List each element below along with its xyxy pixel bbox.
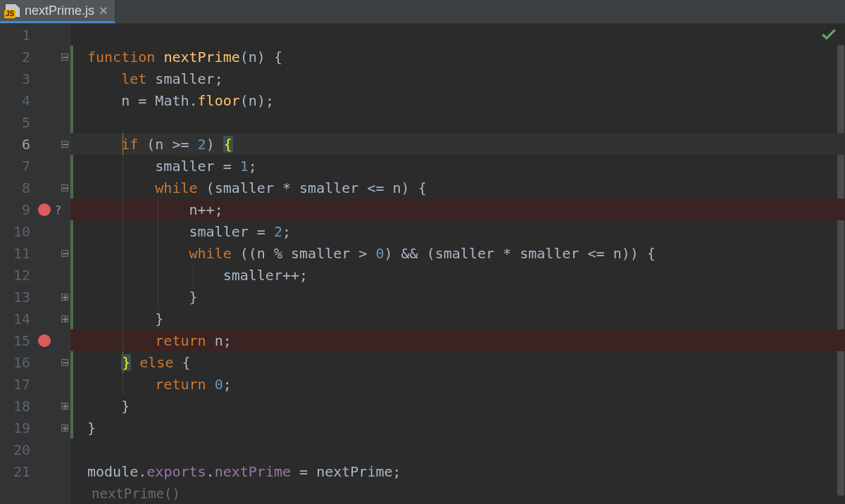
fold-marker-icon[interactable] bbox=[61, 250, 68, 257]
matched-brace: } bbox=[121, 354, 131, 371]
code-line[interactable]: return n; bbox=[70, 329, 845, 351]
code-line[interactable] bbox=[70, 439, 845, 460]
code-line[interactable]: smaller = 1; bbox=[70, 155, 845, 177]
line-number[interactable]: 2 bbox=[0, 46, 70, 68]
line-number[interactable]: 9 ? bbox=[0, 199, 70, 220]
line-number[interactable]: 13 bbox=[0, 286, 70, 308]
close-icon[interactable] bbox=[99, 6, 108, 15]
breakpoint-icon[interactable] bbox=[38, 203, 51, 216]
tab-filename: nextPrime.js bbox=[25, 4, 94, 18]
line-number[interactable]: 21 bbox=[0, 460, 70, 482]
line-number[interactable]: 14 bbox=[0, 308, 70, 329]
code-line[interactable]: } bbox=[70, 308, 845, 329]
code-line[interactable] bbox=[70, 24, 845, 46]
fold-marker-icon[interactable] bbox=[61, 141, 68, 148]
code-line[interactable]: } bbox=[70, 286, 845, 308]
fold-marker-icon[interactable] bbox=[61, 359, 68, 366]
fold-marker-icon[interactable] bbox=[61, 315, 68, 322]
code-area[interactable]: function nextPrime(n) { let smaller; n =… bbox=[70, 24, 845, 504]
line-number[interactable]: 19 bbox=[0, 417, 70, 439]
code-line[interactable] bbox=[70, 111, 845, 133]
line-number[interactable]: 10 bbox=[0, 220, 70, 242]
line-number[interactable]: 18 bbox=[0, 395, 70, 417]
code-line[interactable]: return 0; bbox=[70, 373, 845, 395]
code-line[interactable]: n = Math.floor(n); bbox=[70, 89, 845, 111]
code-line[interactable]: function nextPrime(n) { bbox=[70, 46, 845, 68]
code-line[interactable]: module.exports.nextPrime = nextPrime; bbox=[70, 460, 845, 482]
fold-marker-icon[interactable] bbox=[61, 294, 68, 301]
breadcrumb-hint: nextPrime() bbox=[70, 482, 845, 504]
line-number[interactable]: 3 bbox=[0, 68, 70, 89]
file-tab[interactable]: JS nextPrime.js bbox=[0, 0, 115, 23]
line-number[interactable]: 6 bbox=[0, 133, 70, 155]
js-file-icon: JS bbox=[6, 4, 20, 17]
code-line[interactable]: } else { bbox=[70, 351, 845, 373]
line-number[interactable]: 8 bbox=[0, 177, 70, 199]
line-number[interactable]: 1 bbox=[0, 24, 70, 46]
line-number[interactable]: 17 bbox=[0, 373, 70, 395]
fold-marker-icon[interactable] bbox=[61, 403, 68, 410]
line-number[interactable]: 5 bbox=[0, 111, 70, 133]
line-number[interactable]: 12 bbox=[0, 264, 70, 286]
code-line[interactable]: let smaller; bbox=[70, 68, 845, 89]
code-line[interactable]: while ((n % smaller > 0) && (smaller * s… bbox=[70, 242, 845, 264]
line-number[interactable]: 11 bbox=[0, 242, 70, 264]
fold-marker-icon[interactable] bbox=[61, 424, 68, 431]
code-line[interactable]: } bbox=[70, 417, 845, 439]
breakpoint-icon[interactable] bbox=[38, 334, 51, 347]
tab-bar: JS nextPrime.js bbox=[0, 0, 845, 24]
breakpoint-condition-icon[interactable]: ? bbox=[55, 203, 61, 216]
code-editor: 1 2 3 4 5 6 7 8 9 ? 10 11 12 13 14 15 16… bbox=[0, 24, 845, 504]
code-line[interactable]: while (smaller * smaller <= n) { bbox=[70, 177, 845, 199]
line-number[interactable]: 7 bbox=[0, 155, 70, 177]
fold-marker-icon[interactable] bbox=[61, 184, 68, 191]
code-line[interactable]: smaller++; bbox=[70, 264, 845, 286]
code-line[interactable]: if (n >= 2) { bbox=[70, 133, 845, 155]
code-line[interactable]: } bbox=[70, 395, 845, 417]
code-line[interactable]: smaller = 2; bbox=[70, 220, 845, 242]
line-number[interactable]: 20 bbox=[0, 439, 70, 460]
line-number[interactable]: 15 bbox=[0, 329, 70, 351]
gutter[interactable]: 1 2 3 4 5 6 7 8 9 ? 10 11 12 13 14 15 16… bbox=[0, 24, 70, 504]
line-number[interactable]: 4 bbox=[0, 89, 70, 111]
fold-marker-icon[interactable] bbox=[61, 53, 68, 61]
line-number[interactable]: 16 bbox=[0, 351, 70, 373]
matched-brace: { bbox=[223, 136, 233, 153]
code-line[interactable]: n++; bbox=[70, 199, 845, 220]
